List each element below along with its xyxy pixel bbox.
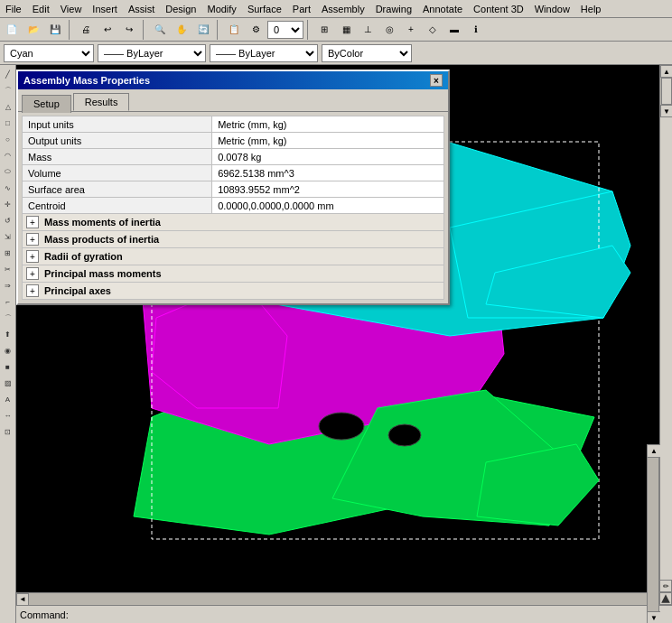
zoom-button[interactable]: 🔍 [150,20,170,40]
draw-poly-button[interactable]: △ [1,99,15,114]
redo-button[interactable]: ↪ [119,20,139,40]
print-button[interactable]: 🖨 [76,20,96,40]
vscroll-track[interactable] [660,78,672,105]
prop-label-surface-area: Surface area [23,181,212,198]
draw-arc-button[interactable]: ◠ [1,148,15,163]
undo-button[interactable]: ↩ [98,20,117,40]
menu-modify[interactable]: Modify [201,2,241,16]
menu-assist[interactable]: Assist [123,2,160,16]
menu-file[interactable]: File [0,2,27,16]
new-button[interactable]: 📄 [2,20,22,40]
menubar: File Edit View Insert Assist Design Modi… [0,0,672,18]
ortho-button[interactable]: ⊥ [358,20,378,40]
dialog-scroll-up-btn[interactable]: ▲ [648,445,660,458]
hscroll-left-button[interactable]: ◄ [16,593,29,606]
expand-radii-gyration[interactable]: + Radii of gyration [22,248,444,265]
toolbar1: 📄 📂 💾 🖨 ↩ ↪ 🔍 ✋ 🔄 📋 ⚙ 0 ⊞ ▦ ⊥ ◎ + ◇ ▬ ℹ [0,18,672,42]
vscroll-up-button[interactable]: ▲ [660,65,672,78]
menu-surface[interactable]: Surface [242,2,287,16]
vscroll-down-button[interactable]: ▼ [660,105,672,117]
rotate3d-button[interactable]: ↺ [1,213,15,228]
draw-curve-button[interactable]: ⌒ [1,83,15,98]
viewport-hscroll[interactable]: ◄ ► [16,592,659,605]
color-dropdown[interactable]: ByColor [322,44,412,62]
dialog-titlebar[interactable]: Assembly Mass Properties × [18,71,448,89]
prop-value-centroid: 0.0000,0.0000,0.0000 mm [212,198,444,214]
mirror-button[interactable]: ⊞ [1,246,15,260]
rotate-button[interactable]: 🔄 [193,20,213,40]
line-weight-button[interactable]: ▬ [444,20,464,40]
prop-label-volume: Volume [23,165,212,181]
expand-mass-moments[interactable]: + Mass moments of inertia [22,214,444,231]
layer-dropdown[interactable]: Cyan [4,44,94,62]
menu-view[interactable]: View [55,2,88,16]
expand-label-mass-moments: Mass moments of inertia [44,217,161,228]
properties-table: Input units Metric (mm, kg) Output units… [22,116,444,214]
menu-drawing[interactable]: Drawing [370,2,417,16]
text-button[interactable]: A [1,392,15,406]
revolve-button[interactable]: ◉ [1,343,15,358]
tab-results[interactable]: Results [73,93,130,111]
viewport[interactable]: ▲ ▼ ◄ ► Command: Assembly Mass Propertie… [16,65,672,623]
menu-part[interactable]: Part [287,2,316,16]
quick-props-button[interactable]: ℹ [466,20,486,40]
expand-mass-products[interactable]: + Mass products of inertia [22,231,444,248]
viewport-vscroll[interactable]: ▲ ▼ [659,65,672,592]
assembly-mass-properties-dialog[interactable]: Assembly Mass Properties × Setup Results… [16,70,450,305]
menu-design[interactable]: Design [160,2,201,16]
hscroll-track[interactable] [29,593,647,606]
separator2 [143,20,146,40]
expand-principal-mass[interactable]: + Principal mass moments [22,265,444,283]
right-scroll-pen-icon[interactable]: ✏ [659,580,672,592]
properties-button[interactable]: ⚙ [246,20,266,40]
expand-label-principal-mass: Principal mass moments [44,268,162,279]
number-dropdown[interactable]: 0 [267,21,303,39]
corner-scroll-icon[interactable] [659,592,672,605]
prop-value-output-units: Metric (mm, kg) [212,133,444,149]
extend-button[interactable]: ⇒ [1,278,15,293]
chamfer-button[interactable]: ⌒ [1,311,15,325]
menu-help[interactable]: Help [575,2,607,16]
separator3 [217,20,220,40]
dialog-close-button[interactable]: × [430,74,443,87]
dialog-scroll-down-btn[interactable]: ▼ [648,611,660,623]
dyn-button[interactable]: ◇ [423,20,443,40]
menu-insert[interactable]: Insert [87,2,123,16]
hatch-button[interactable]: ▨ [1,376,15,390]
svg-marker-11 [661,594,670,603]
track-button[interactable]: + [401,20,421,40]
expand-principal-axes[interactable]: + Principal axes [22,283,444,300]
dialog-right-scroll[interactable]: ▲ ▼ [647,444,659,623]
linetype1-dropdown[interactable]: —— ByLayer [98,44,206,62]
draw-circle-button[interactable]: ○ [1,132,15,146]
linetype2-dropdown[interactable]: —— ByLayer [210,44,318,62]
pan-button[interactable]: ✋ [172,20,191,40]
solid-button[interactable]: ■ [1,359,15,374]
draw-line-button[interactable]: ╱ [1,67,15,81]
object-snap-button[interactable]: ◎ [379,20,399,40]
draw-rect-button[interactable]: □ [1,116,15,130]
menu-annotate[interactable]: Annotate [417,2,468,16]
trim-button[interactable]: ✂ [1,262,15,276]
block-button[interactable]: ⊡ [1,424,15,439]
menu-window[interactable]: Window [529,2,575,16]
scale-button[interactable]: ⇲ [1,229,15,244]
tab-setup[interactable]: Setup [22,95,71,113]
menu-edit[interactable]: Edit [27,2,55,16]
save-button[interactable]: 💾 [45,20,65,40]
table-row: Mass 0.0078 kg [23,149,444,165]
move-button[interactable]: ✛ [1,197,15,211]
snap-button[interactable]: ⊞ [314,20,334,40]
dim-button[interactable]: ↔ [1,408,15,423]
open-button[interactable]: 📂 [23,20,43,40]
extrude-button[interactable]: ⬆ [1,327,15,341]
draw-spline-button[interactable]: ∿ [1,181,15,195]
menu-content3d[interactable]: Content 3D [468,2,529,16]
layer-button[interactable]: 📋 [224,20,244,40]
vscroll-thumb[interactable] [661,78,672,105]
fillet-button[interactable]: ⌐ [1,294,15,309]
main-area: ╱ ⌒ △ □ ○ ◠ ⬭ ∿ ✛ ↺ ⇲ ⊞ ✂ ⇒ ⌐ ⌒ ⬆ ◉ ■ ▨ … [0,65,672,623]
draw-ellipse-button[interactable]: ⬭ [1,164,15,179]
grid-button[interactable]: ▦ [336,20,356,40]
menu-assembly[interactable]: Assembly [316,2,370,16]
